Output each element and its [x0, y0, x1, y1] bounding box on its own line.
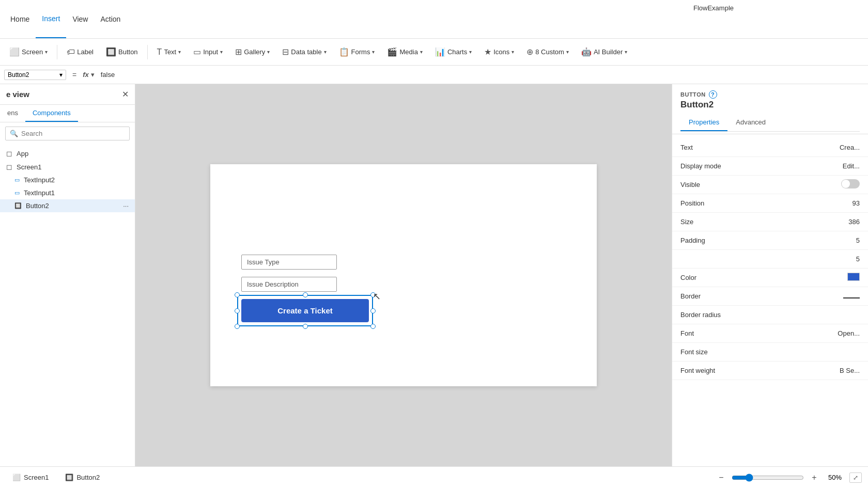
media-chevron-icon: ▾ — [420, 49, 423, 55]
left-panel: e view ✕ ens Components 🔍 ◻ App ◻ Screen… — [0, 84, 135, 466]
aibuilder-icon: 🤖 — [581, 47, 592, 57]
handle-tl[interactable] — [235, 292, 240, 297]
prop-padding: Padding 5 — [672, 231, 868, 250]
prop-display-mode: Display mode Edit... — [672, 157, 868, 176]
handle-bl[interactable] — [235, 324, 240, 329]
input-icon: ▭ — [193, 47, 201, 57]
zoom-slider[interactable] — [732, 474, 804, 482]
toolbar-gallery[interactable]: ⊞ Gallery ▾ — [230, 45, 275, 59]
menu-action[interactable]: Action — [94, 0, 127, 38]
right-panel-tabs: Properties Advanced — [680, 114, 860, 132]
tree-item-textinput1[interactable]: ▭ TextInput1 — [0, 186, 135, 199]
canvas-area[interactable]: Issue Type Issue Description — [135, 84, 672, 466]
help-icon[interactable]: ? — [709, 90, 717, 99]
zoom-out-button[interactable]: − — [715, 471, 727, 484]
prop-border: Border — [672, 287, 868, 306]
handle-ml[interactable] — [235, 308, 240, 313]
tree-items: ◻ App ◻ Screen1 ▭ TextInput2 ▭ TextInput… — [0, 145, 135, 214]
prop-position: Position 93 — [672, 194, 868, 213]
search-icon: 🔍 — [10, 130, 18, 137]
datatable-icon: ⊟ — [282, 47, 289, 57]
close-panel-button[interactable]: ✕ — [122, 89, 129, 99]
button2-bottom-icon: 🔲 — [65, 474, 73, 481]
menu-insert[interactable]: Insert — [36, 0, 66, 38]
formula-chevron-icon: ▾ — [91, 71, 95, 78]
toolbar-screen[interactable]: ⬜ Screen ▾ — [4, 45, 53, 59]
handle-bc[interactable] — [303, 324, 308, 329]
handle-tr[interactable] — [370, 292, 376, 297]
menu-home[interactable]: Home — [4, 0, 36, 38]
tab-advanced[interactable]: Advanced — [727, 114, 774, 131]
panel-title: e view — [6, 90, 29, 99]
tab-screens[interactable]: ens — [0, 105, 25, 122]
toolbar-button[interactable]: 🔲 Button — [101, 45, 143, 59]
toolbar: ⬜ Screen ▾ 🏷 Label 🔲 Button T Text ▾ ▭ I… — [0, 39, 868, 66]
formula-value: false — [99, 71, 864, 78]
border-dash — [843, 297, 860, 298]
zoom-controls: − + 50% ⤢ — [715, 471, 862, 484]
forms-chevron-icon: ▾ — [372, 49, 375, 55]
tree-item-screen1[interactable]: ◻ Screen1 — [0, 160, 135, 174]
menu-items: Home Insert View Action — [4, 0, 127, 38]
tree-item-textinput2[interactable]: ▭ TextInput2 — [0, 174, 135, 186]
prop-visible: Visible — [672, 176, 868, 194]
handle-br[interactable] — [370, 324, 376, 329]
input-chevron-icon: ▾ — [220, 49, 223, 55]
issue-description-input[interactable]: Issue Description — [241, 277, 337, 292]
create-ticket-button[interactable]: Create a Ticket — [241, 299, 369, 322]
issue-type-input[interactable]: Issue Type — [241, 255, 337, 270]
menu-view[interactable]: View — [66, 0, 94, 38]
charts-icon: 📊 — [435, 47, 445, 57]
datatable-chevron-icon: ▾ — [324, 49, 327, 55]
screen1-bottom-icon: ⬜ — [12, 474, 21, 481]
toolbar-divider-1 — [57, 45, 57, 59]
toolbar-custom[interactable]: ⊕ 8 Custom ▾ — [521, 45, 574, 59]
button2-icon: 🔲 — [14, 202, 22, 209]
text-chevron-icon: ▾ — [178, 49, 181, 55]
bottom-tab-button2[interactable]: 🔲 Button2 — [59, 471, 106, 483]
zoom-in-button[interactable]: + — [808, 471, 820, 484]
menu-bar: Home Insert View Action FlowExample — [0, 0, 868, 39]
screen-icon: ⬜ — [9, 47, 20, 57]
toolbar-icons[interactable]: ★ Icons ▾ — [479, 45, 519, 59]
tab-components[interactable]: Components — [25, 105, 78, 122]
equals-button[interactable]: = — [70, 71, 79, 79]
prop-text: Text Crea... — [672, 138, 868, 157]
forms-icon: 📋 — [339, 47, 349, 57]
prop-size: Size 386 — [672, 213, 868, 231]
selector-chevron-icon: ▾ — [59, 71, 63, 78]
toolbar-input[interactable]: ▭ Input ▾ — [188, 45, 228, 59]
text-icon: T — [157, 48, 162, 57]
handle-tc[interactable] — [303, 292, 308, 297]
element-name: Button2 — [680, 100, 860, 110]
app-title: FlowExample — [693, 4, 734, 12]
handle-mr[interactable] — [370, 308, 376, 313]
fit-button[interactable]: ⤢ — [849, 473, 862, 483]
app-icon: ◻ — [6, 149, 12, 158]
textinput1-icon: ▭ — [14, 190, 20, 196]
toolbar-charts[interactable]: 📊 Charts ▾ — [430, 45, 477, 59]
toolbar-media[interactable]: 🎬 Media ▾ — [382, 45, 427, 59]
button2-more-icon[interactable]: ··· — [123, 202, 129, 210]
toolbar-forms[interactable]: 📋 Forms ▾ — [334, 45, 380, 59]
properties-list: Text Crea... Display mode Edit... Visibl… — [672, 134, 868, 466]
prop-border-radius: Border radius — [672, 306, 868, 324]
button-icon: 🔲 — [106, 47, 116, 57]
prop-color: Color — [672, 269, 868, 287]
custom-chevron-icon: ▾ — [566, 49, 569, 55]
formula-selector[interactable]: Button2 ▾ — [4, 70, 66, 80]
toolbar-aibuilder[interactable]: 🤖 AI Builder ▾ — [576, 45, 632, 59]
toolbar-text[interactable]: T Text ▾ — [152, 45, 187, 59]
tree-item-app[interactable]: ◻ App — [0, 147, 135, 160]
gallery-icon: ⊞ — [235, 47, 242, 57]
icons-chevron-icon: ▾ — [512, 49, 514, 55]
bottom-tab-screen1[interactable]: ⬜ Screen1 — [6, 471, 55, 483]
gallery-chevron-icon: ▾ — [267, 49, 270, 55]
screen1-icon: ◻ — [6, 163, 12, 171]
tab-properties[interactable]: Properties — [680, 114, 727, 131]
button-wrapper: Create a Ticket — [241, 299, 369, 322]
search-input[interactable] — [21, 130, 125, 137]
toolbar-datatable[interactable]: ⊟ Data table ▾ — [277, 45, 331, 59]
toolbar-label[interactable]: 🏷 Label — [61, 45, 99, 59]
tree-item-button2[interactable]: 🔲 Button2 ··· — [0, 199, 135, 212]
